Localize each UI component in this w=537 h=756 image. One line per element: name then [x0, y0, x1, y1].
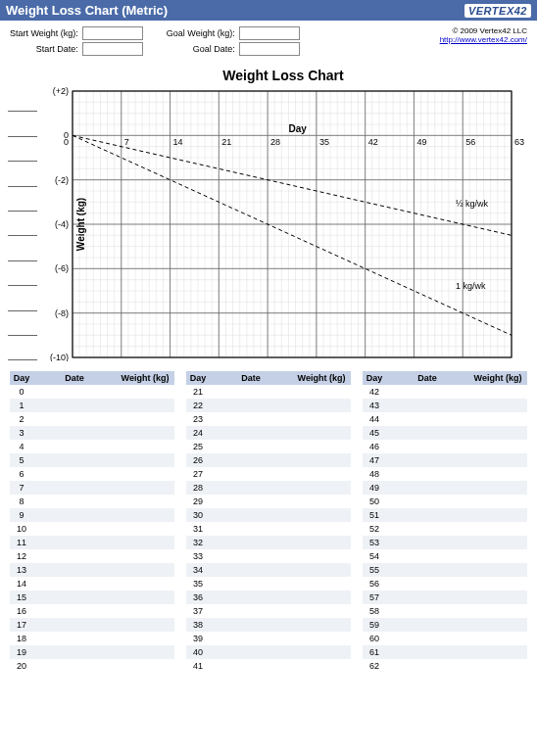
table-row[interactable]: 19 [10, 645, 174, 659]
table-row[interactable]: 47 [363, 453, 527, 467]
table-row[interactable]: 62 [363, 659, 527, 673]
table-row[interactable]: 50 [363, 495, 527, 508]
table-row[interactable]: 32 [186, 536, 351, 549]
blank-line[interactable] [8, 187, 37, 212]
blank-line[interactable] [8, 212, 37, 236]
blank-line[interactable] [8, 87, 37, 112]
table-header: DayDateWeight (kg) [10, 371, 174, 385]
cell-day: 26 [186, 455, 210, 465]
table-row[interactable]: 55 [363, 563, 527, 577]
table-row[interactable]: 54 [363, 549, 527, 563]
table-row[interactable]: 33 [186, 549, 351, 563]
goal-date-input[interactable] [239, 42, 300, 56]
cell-day: 60 [363, 634, 386, 643]
table-row[interactable]: 26 [186, 453, 351, 467]
table-row[interactable]: 3 [10, 426, 174, 440]
cell-day: 25 [186, 442, 210, 451]
table-row[interactable]: 51 [363, 508, 527, 522]
table-row[interactable]: 46 [363, 440, 527, 453]
goal-weight-input[interactable] [239, 26, 300, 40]
table-row[interactable]: 23 [186, 412, 351, 426]
cell-day: 3 [10, 428, 33, 438]
table-row[interactable]: 52 [363, 522, 527, 536]
table-row[interactable]: 27 [186, 467, 351, 481]
table-row[interactable]: 11 [10, 536, 174, 549]
blank-line[interactable] [8, 162, 37, 186]
table-row[interactable]: 0 [10, 385, 174, 399]
table-row[interactable]: 15 [10, 591, 174, 604]
blank-line[interactable] [8, 336, 37, 360]
table-row[interactable]: 4 [10, 440, 174, 453]
table-row[interactable]: 38 [186, 618, 351, 632]
table-row[interactable]: 60 [363, 632, 527, 645]
table-row[interactable]: 2 [10, 412, 174, 426]
cell-day: 45 [363, 428, 386, 438]
table-row[interactable]: 37 [186, 604, 351, 618]
table-row[interactable]: 14 [10, 577, 174, 591]
table-row[interactable]: 43 [363, 399, 527, 412]
table-row[interactable]: 41 [186, 659, 351, 673]
cell-day: 61 [363, 647, 386, 657]
table-row[interactable]: 28 [186, 481, 351, 495]
svg-line-126 [73, 135, 512, 235]
table-row[interactable]: 10 [10, 522, 174, 536]
table-row[interactable]: 5 [10, 453, 174, 467]
table-row[interactable]: 36 [186, 591, 351, 604]
start-date-label: Start Date: [36, 44, 78, 54]
table-row[interactable]: 56 [363, 577, 527, 591]
table-row[interactable]: 29 [186, 495, 351, 508]
credits: © 2009 Vertex42 LLC http://www.vertex42.… [440, 26, 527, 44]
start-weight-input[interactable] [82, 26, 143, 40]
table-row[interactable]: 13 [10, 563, 174, 577]
col-day: Day [10, 373, 33, 383]
table-row[interactable]: 1 [10, 399, 174, 412]
table-row[interactable]: 59 [363, 618, 527, 632]
table-row[interactable]: 49 [363, 481, 527, 495]
blank-line[interactable] [8, 236, 37, 260]
cell-day: 9 [10, 510, 33, 520]
vertex42-link[interactable]: http://www.vertex42.com/ [440, 35, 527, 44]
table-row[interactable]: 16 [10, 604, 174, 618]
cell-day: 48 [363, 469, 386, 479]
table-row[interactable]: 22 [186, 399, 351, 412]
blank-line[interactable] [8, 286, 37, 310]
table-row[interactable]: 6 [10, 467, 174, 481]
table-row[interactable]: 61 [363, 645, 527, 659]
weight-loss-chart: (+2)0(-2)(-4)(-6)(-8)(-10)07142128354249… [37, 87, 529, 361]
cell-day: 49 [363, 483, 386, 493]
start-date-input[interactable] [82, 42, 143, 56]
table-row[interactable]: 44 [363, 412, 527, 426]
table-row[interactable]: 18 [10, 632, 174, 645]
cell-day: 15 [10, 592, 33, 602]
table-row[interactable]: 12 [10, 549, 174, 563]
table-row[interactable]: 48 [363, 467, 527, 481]
table-row[interactable]: 34 [186, 563, 351, 577]
table-row[interactable]: 21 [186, 385, 351, 399]
table-row[interactable]: 7 [10, 481, 174, 495]
cell-day: 58 [363, 606, 386, 616]
table-row[interactable]: 31 [186, 522, 351, 536]
table-row[interactable]: 24 [186, 426, 351, 440]
table-row[interactable]: 8 [10, 495, 174, 508]
table-row[interactable]: 39 [186, 632, 351, 645]
table-row[interactable]: 58 [363, 604, 527, 618]
blank-line[interactable] [8, 261, 37, 286]
blank-line[interactable] [8, 311, 37, 336]
blank-line[interactable] [8, 112, 37, 136]
cell-day: 57 [363, 592, 386, 602]
table-row[interactable]: 30 [186, 508, 351, 522]
table-row[interactable]: 25 [186, 440, 351, 453]
blank-line[interactable] [8, 137, 37, 162]
table-row[interactable]: 17 [10, 618, 174, 632]
cell-day: 44 [363, 414, 386, 424]
table-row[interactable]: 40 [186, 645, 351, 659]
table-row[interactable]: 20 [10, 659, 174, 673]
table-row[interactable]: 42 [363, 385, 527, 399]
table-row[interactable]: 35 [186, 577, 351, 591]
table-row[interactable]: 53 [363, 536, 527, 549]
cell-day: 37 [186, 606, 210, 616]
cell-day: 56 [363, 579, 386, 589]
table-row[interactable]: 45 [363, 426, 527, 440]
table-row[interactable]: 57 [363, 591, 527, 604]
table-row[interactable]: 9 [10, 508, 174, 522]
